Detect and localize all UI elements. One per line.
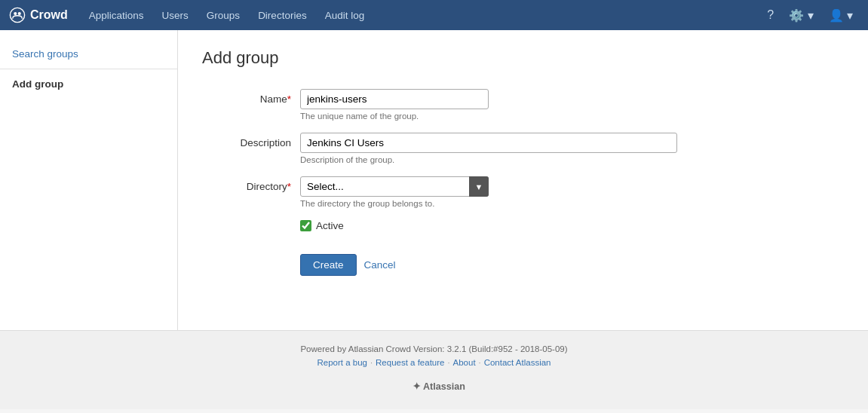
crowd-logo-icon: [9, 7, 26, 23]
footer-powered-by: Powered by Atlassian Crowd Version: 3.2.…: [0, 344, 868, 353]
navbar: Crowd Applications Users Groups Director…: [0, 0, 868, 30]
svg-text:✦ Atlassian: ✦ Atlassian: [412, 381, 465, 392]
footer-link-about[interactable]: About: [453, 358, 476, 367]
sidebar-divider: [0, 69, 177, 69]
help-button[interactable]: ?: [761, 0, 780, 30]
buttons-row: Create Cancel: [202, 251, 730, 285]
name-label: Name*: [202, 86, 300, 130]
description-row: Description Description of the group.: [202, 130, 730, 173]
page-wrapper: Search groups Add group Add group Name* …: [0, 30, 868, 330]
settings-button[interactable]: ⚙️ ▾: [783, 0, 819, 30]
footer-link-contact[interactable]: Contact Atlassian: [484, 358, 551, 367]
active-label[interactable]: Active: [316, 220, 344, 231]
sidebar-item-add-group[interactable]: Add group: [0, 72, 177, 96]
directory-select[interactable]: Select...: [300, 176, 489, 197]
description-hint: Description of the group.: [300, 155, 730, 164]
navbar-right: ? ⚙️ ▾ 👤 ▾: [761, 0, 859, 30]
sidebar: Search groups Add group: [0, 30, 178, 330]
active-row: Active: [202, 217, 730, 251]
nav-users[interactable]: Users: [153, 0, 198, 30]
directory-field-cell: Select... ▼ The directory the group belo…: [300, 173, 730, 217]
directory-hint: The directory the group belongs to.: [300, 199, 730, 208]
svg-point-2: [18, 12, 21, 15]
brand-logo[interactable]: Crowd: [9, 7, 68, 23]
nav-applications[interactable]: Applications: [80, 0, 153, 30]
name-row: Name* The unique name of the group.: [202, 86, 730, 130]
add-group-form: Name* The unique name of the group. Desc…: [202, 86, 730, 285]
name-field-cell: The unique name of the group.: [300, 86, 730, 130]
brand-name: Crowd: [30, 8, 68, 22]
create-button[interactable]: Create: [300, 254, 357, 276]
nav-groups[interactable]: Groups: [198, 0, 249, 30]
directory-label: Directory*: [202, 173, 300, 217]
directory-row: Directory* Select... ▼ The directory the…: [202, 173, 730, 217]
main-content: Add group Name* The unique name of the g…: [178, 30, 868, 330]
nav-audit-log[interactable]: Audit log: [316, 0, 374, 30]
footer-links: Report a bug · Request a feature · About…: [0, 358, 868, 367]
page-title: Add group: [202, 48, 844, 68]
name-hint: The unique name of the group.: [300, 112, 730, 121]
required-star-name: *: [287, 93, 291, 105]
active-checkbox[interactable]: [300, 220, 311, 231]
footer-dot-1: ·: [370, 358, 373, 367]
btn-row: Create Cancel: [300, 254, 730, 276]
user-button[interactable]: 👤 ▾: [823, 0, 859, 30]
description-field-cell: Description of the group.: [300, 130, 730, 173]
sidebar-item-search-groups[interactable]: Search groups: [0, 42, 177, 66]
active-field-cell: Active: [300, 217, 730, 251]
active-label-spacer: [202, 217, 300, 251]
directory-select-wrapper: Select... ▼: [300, 176, 489, 197]
nav-directories[interactable]: Directories: [249, 0, 316, 30]
description-label: Description: [202, 130, 300, 173]
description-input[interactable]: [300, 133, 677, 153]
footer-link-request-feature[interactable]: Request a feature: [376, 358, 444, 367]
footer-dot-2: ·: [447, 358, 449, 367]
buttons-cell: Create Cancel: [300, 251, 730, 285]
atlassian-logo-svg: ✦ Atlassian: [400, 378, 468, 394]
svg-point-1: [14, 12, 17, 15]
footer-dot-3: ·: [479, 358, 481, 367]
footer-link-report-bug[interactable]: Report a bug: [317, 358, 367, 367]
buttons-label-spacer: [202, 251, 300, 285]
footer-atlassian-logo: ✦ Atlassian: [0, 378, 868, 394]
cancel-button[interactable]: Cancel: [364, 259, 396, 271]
name-input[interactable]: [300, 89, 489, 109]
footer: Powered by Atlassian Crowd Version: 3.2.…: [0, 330, 868, 409]
active-checkbox-row: Active: [300, 220, 730, 231]
required-star-directory: *: [287, 181, 291, 192]
